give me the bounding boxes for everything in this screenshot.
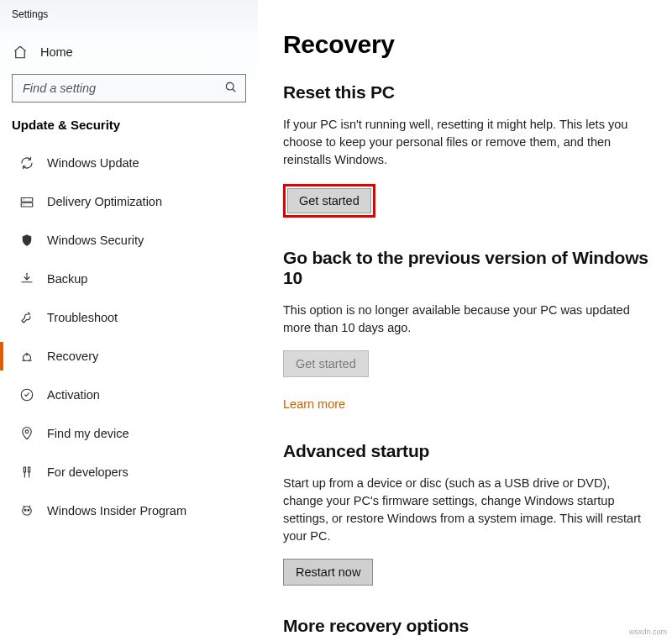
more-heading: More recovery options xyxy=(283,616,650,636)
main-content: Recovery Reset this PC If your PC isn't … xyxy=(258,0,672,641)
sidebar-item-windows-insider[interactable]: Windows Insider Program xyxy=(0,491,258,530)
reset-desc: If your PC isn't running well, resetting… xyxy=(283,116,650,169)
goback-heading: Go back to the previous version of Windo… xyxy=(283,248,650,288)
app-title: Settings xyxy=(0,0,258,27)
sidebar-item-label: Backup xyxy=(47,272,87,286)
sidebar-item-label: Windows Insider Program xyxy=(47,504,186,518)
sidebar-item-label: For developers xyxy=(47,465,129,479)
section-reset: Reset this PC If your PC isn't running w… xyxy=(283,82,650,218)
svg-point-8 xyxy=(24,509,26,511)
search-input[interactable] xyxy=(12,74,246,102)
svg-rect-2 xyxy=(21,203,33,208)
windows-security-icon xyxy=(18,232,35,249)
troubleshoot-icon xyxy=(18,309,35,326)
advanced-desc: Start up from a device or disc (such as … xyxy=(283,475,650,545)
sidebar-item-recovery[interactable]: Recovery xyxy=(0,337,258,376)
goback-desc: This option is no longer available becau… xyxy=(283,302,650,337)
svg-rect-5 xyxy=(24,467,25,472)
svg-rect-6 xyxy=(29,467,30,472)
nav-home-label: Home xyxy=(40,45,73,59)
windows-insider-icon xyxy=(18,502,35,519)
home-icon xyxy=(12,44,29,60)
svg-point-4 xyxy=(25,430,29,433)
category-heading: Update & Security xyxy=(0,102,258,144)
windows-update-icon xyxy=(18,155,35,171)
search-icon xyxy=(224,81,238,94)
sidebar-item-label: Find my device xyxy=(47,427,129,440)
activation-icon xyxy=(18,386,35,403)
reset-heading: Reset this PC xyxy=(283,82,650,102)
for-developers-icon xyxy=(18,464,35,481)
recovery-icon xyxy=(18,348,35,365)
sidebar-item-activation[interactable]: Activation xyxy=(0,376,258,414)
backup-icon xyxy=(18,271,35,287)
sidebar-item-troubleshoot[interactable]: Troubleshoot xyxy=(0,298,258,337)
svg-point-7 xyxy=(23,507,32,516)
reset-button-highlight: Get started xyxy=(283,184,375,218)
section-advanced: Advanced startup Start up from a device … xyxy=(283,441,650,586)
sidebar-item-find-my-device[interactable]: Find my device xyxy=(0,414,258,453)
find-my-device-icon xyxy=(18,425,35,442)
sidebar-item-label: Activation xyxy=(47,388,100,402)
sidebar-item-delivery-optimization[interactable]: Delivery Optimization xyxy=(0,182,258,221)
sidebar-item-label: Windows Update xyxy=(47,156,139,170)
watermark: wsxdn.com xyxy=(629,628,667,636)
section-goback: Go back to the previous version of Windo… xyxy=(283,248,650,411)
page-title: Recovery xyxy=(283,30,650,59)
nav-list: Windows UpdateDelivery OptimizationWindo… xyxy=(0,144,258,530)
sidebar-item-label: Troubleshoot xyxy=(47,311,118,324)
nav-home[interactable]: Home xyxy=(0,35,258,69)
sidebar-item-label: Recovery xyxy=(47,349,98,363)
sidebar-item-label: Delivery Optimization xyxy=(47,195,162,208)
sidebar-item-for-developers[interactable]: For developers xyxy=(0,453,258,491)
goback-get-started-button: Get started xyxy=(283,350,369,377)
advanced-heading: Advanced startup xyxy=(283,441,650,461)
svg-rect-1 xyxy=(21,198,33,202)
delivery-optimization-icon xyxy=(18,193,35,210)
reset-get-started-button[interactable]: Get started xyxy=(287,188,371,213)
sidebar-item-windows-security[interactable]: Windows Security xyxy=(0,221,258,260)
search-box[interactable] xyxy=(12,74,246,102)
section-more: More recovery options Learn how to start… xyxy=(283,616,650,641)
svg-point-0 xyxy=(226,82,234,90)
sidebar-item-label: Windows Security xyxy=(47,234,144,247)
sidebar-item-backup[interactable]: Backup xyxy=(0,260,258,298)
goback-learn-more-link[interactable]: Learn more xyxy=(283,397,345,411)
advanced-restart-button[interactable]: Restart now xyxy=(283,559,373,586)
sidebar: Settings Home Update & Security Windows … xyxy=(0,0,258,641)
sidebar-item-windows-update[interactable]: Windows Update xyxy=(0,144,258,182)
svg-point-9 xyxy=(28,509,29,511)
